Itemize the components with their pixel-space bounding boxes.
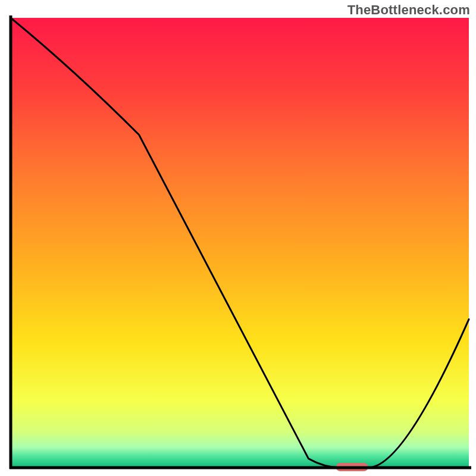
- watermark-text: TheBottleneck.com: [347, 2, 470, 18]
- chart-container: TheBottleneck.com: [0, 0, 476, 476]
- gradient-background: [11, 18, 469, 468]
- bottleneck-chart: [0, 0, 476, 476]
